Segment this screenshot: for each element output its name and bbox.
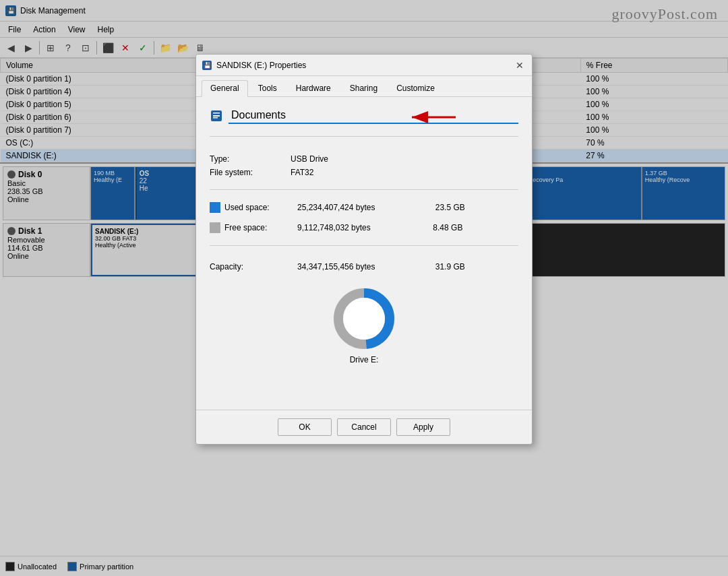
cancel-button[interactable]: Cancel xyxy=(337,418,391,436)
capacity-label: Capacity: xyxy=(210,262,291,271)
tab-tools[interactable]: Tools xyxy=(249,80,286,96)
free-space-label-group: Free space: xyxy=(210,222,291,233)
dialog-close-button[interactable]: ✕ xyxy=(513,59,526,72)
divider3 xyxy=(210,245,518,246)
dialog-title-bar: 💾 SANDISK (E:) Properties ✕ xyxy=(196,55,532,76)
used-space-label: Used space: xyxy=(224,203,270,212)
svg-rect-3 xyxy=(213,115,220,117)
type-label: Type: xyxy=(210,154,291,164)
info-grid: Type: USB Drive File system: FAT32 xyxy=(210,154,518,177)
used-space-gb: 23.5 GB xyxy=(435,203,518,212)
tab-general[interactable]: General xyxy=(202,80,248,97)
properties-dialog: 💾 SANDISK (E:) Properties ✕ General Tool… xyxy=(195,54,533,445)
free-space-row: Free space: 9,112,748,032 bytes 8.48 GB xyxy=(210,222,518,233)
apply-button[interactable]: Apply xyxy=(396,418,450,436)
arrow-svg xyxy=(405,109,459,125)
donut-chart-container: Drive E: xyxy=(210,285,518,364)
divider2 xyxy=(210,189,518,190)
capacity-gb: 31.9 GB xyxy=(435,262,518,271)
used-space-row: Used space: 25,234,407,424 bytes 23.5 GB xyxy=(210,202,518,213)
modal-overlay: 💾 SANDISK (E:) Properties ✕ General Tool… xyxy=(0,0,728,576)
dialog-footer: OK Cancel Apply xyxy=(196,410,532,444)
drive-icon xyxy=(210,109,223,123)
used-space-bytes: 25,234,407,424 bytes xyxy=(297,203,429,212)
capacity-bytes: 34,347,155,456 bytes xyxy=(297,262,429,271)
tabs-bar: General Tools Hardware Sharing Customize xyxy=(196,76,532,97)
type-value: USB Drive xyxy=(291,154,518,164)
free-space-label: Free space: xyxy=(224,223,267,232)
svg-text:💾: 💾 xyxy=(204,61,212,69)
donut-chart xyxy=(330,285,398,352)
label-input-container xyxy=(229,108,518,124)
free-space-bytes: 9,112,748,032 bytes xyxy=(297,223,426,232)
arrow-annotation xyxy=(405,109,459,125)
divider1 xyxy=(210,136,518,137)
tab-hardware[interactable]: Hardware xyxy=(287,80,340,96)
free-space-gb: 8.48 GB xyxy=(433,223,518,232)
used-color-box xyxy=(210,202,220,213)
free-color-box xyxy=(210,222,220,233)
tab-customize[interactable]: Customize xyxy=(388,80,444,96)
tab-sharing[interactable]: Sharing xyxy=(341,80,386,96)
volume-label-input[interactable] xyxy=(229,108,518,124)
capacity-row: Capacity: 34,347,155,456 bytes 31.9 GB xyxy=(210,262,518,271)
fs-value: FAT32 xyxy=(291,168,518,177)
dialog-icon: 💾 xyxy=(202,60,212,71)
dialog-body: Type: USB Drive File system: FAT32 Used … xyxy=(196,97,532,410)
svg-point-10 xyxy=(343,298,385,340)
dialog-title: SANDISK (E:) Properties xyxy=(216,61,513,70)
used-space-label-group: Used space: xyxy=(210,202,291,213)
drive-label: Drive E: xyxy=(350,355,379,364)
ok-button[interactable]: OK xyxy=(278,418,332,436)
fs-label: File system: xyxy=(210,168,291,177)
label-row xyxy=(210,108,518,124)
svg-rect-5 xyxy=(213,117,218,119)
svg-rect-4 xyxy=(213,113,220,114)
